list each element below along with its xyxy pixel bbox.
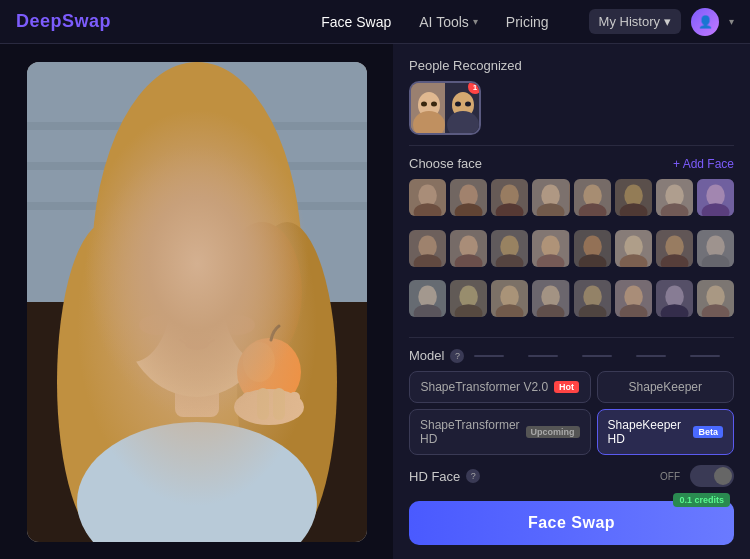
model-option-shapetransformer-hd[interactable]: ShapeTransformer HD Upcoming: [409, 409, 591, 455]
people-row: 1: [409, 81, 734, 135]
face-thumb[interactable]: [656, 179, 693, 216]
face-thumb[interactable]: [574, 230, 611, 267]
face-thumb[interactable]: [532, 280, 569, 317]
face-thumb[interactable]: [615, 230, 652, 267]
face-thumb[interactable]: [697, 280, 734, 317]
add-face-button[interactable]: + Add Face: [673, 157, 734, 171]
face-thumb[interactable]: [450, 230, 487, 267]
toggle-off-label: OFF: [660, 471, 680, 482]
face-thumb[interactable]: [409, 280, 446, 317]
model-option-shapetransformer-v2[interactable]: ShapeTransformer V2.0 Hot: [409, 371, 591, 403]
help-icon[interactable]: ?: [450, 349, 464, 363]
face-thumb[interactable]: [450, 280, 487, 317]
svg-point-39: [465, 102, 471, 107]
left-panel: [0, 44, 393, 559]
model-label: Model: [409, 348, 444, 363]
svg-point-38: [455, 102, 461, 107]
face-thumb[interactable]: [409, 230, 446, 267]
beta-badge: Beta: [693, 426, 723, 438]
hd-face-toggle[interactable]: [690, 465, 734, 487]
face-thumb[interactable]: [697, 179, 734, 216]
model-option-shapekeeper[interactable]: ShapeKeeper: [597, 371, 734, 403]
face-thumb[interactable]: [656, 230, 693, 267]
face-thumb[interactable]: [532, 230, 569, 267]
face-thumb[interactable]: [697, 230, 734, 267]
face-thumb[interactable]: [532, 179, 569, 216]
nav-item-ai-tools[interactable]: AI Tools ▾: [419, 14, 478, 30]
model-section: Model ? ShapeTransformer V2.0 Hot ShapeK…: [409, 348, 734, 455]
model-dot: [528, 355, 558, 357]
separator-1: [409, 145, 734, 146]
face-swap-submit-button[interactable]: Face Swap: [409, 501, 734, 545]
face-thumb[interactable]: [491, 230, 528, 267]
hd-face-label: HD Face ?: [409, 469, 480, 484]
nav-item-face-swap[interactable]: Face Swap: [321, 14, 391, 30]
face-thumb[interactable]: [615, 179, 652, 216]
face-thumb[interactable]: [409, 179, 446, 216]
choose-face-label: Choose face: [409, 156, 482, 171]
header: DeepSwap Face Swap AI Tools ▾ Pricing My…: [0, 0, 750, 44]
source-image: [27, 62, 367, 542]
photo-overlay: [27, 62, 367, 542]
face-thumb[interactable]: [491, 179, 528, 216]
svg-point-33: [421, 102, 427, 107]
chevron-down-icon: ▾: [664, 14, 671, 29]
svg-point-34: [431, 102, 437, 107]
model-dot: [690, 355, 720, 357]
face-thumb[interactable]: [574, 179, 611, 216]
main-content: People Recognized: [0, 44, 750, 559]
face-thumb[interactable]: [450, 179, 487, 216]
avatar-icon: 👤: [698, 15, 713, 29]
face-swap-button-container: 0.1 credits Face Swap: [409, 501, 734, 545]
header-right: My History ▾ 👤 ▾: [589, 8, 734, 36]
upcoming-badge: Upcoming: [526, 426, 580, 438]
model-option-shapekeeper-hd[interactable]: ShapeKeeper HD Beta: [597, 409, 734, 455]
photo-background: [27, 62, 367, 542]
people-recognized-section: People Recognized: [409, 58, 734, 135]
model-dot: [636, 355, 666, 357]
face-thumb-left: [411, 83, 445, 133]
hot-badge: Hot: [554, 381, 579, 393]
recognized-faces-thumb[interactable]: 1: [409, 81, 481, 135]
nav-item-pricing[interactable]: Pricing: [506, 14, 549, 30]
choose-face-section: Choose face + Add Face: [409, 156, 734, 327]
logo-text: DeepSwap: [16, 11, 111, 31]
my-history-button[interactable]: My History ▾: [589, 9, 681, 34]
chevron-down-icon: ▾: [729, 16, 734, 27]
hd-face-row: HD Face ? OFF: [409, 465, 734, 487]
face-thumb[interactable]: [491, 280, 528, 317]
logo: DeepSwap: [16, 11, 111, 32]
model-dot: [474, 355, 504, 357]
avatar[interactable]: 👤: [691, 8, 719, 36]
people-recognized-title: People Recognized: [409, 58, 734, 73]
nav: Face Swap AI Tools ▾ Pricing: [321, 14, 548, 30]
face-grid: [409, 179, 734, 327]
model-dot: [582, 355, 612, 357]
face-thumb[interactable]: [656, 280, 693, 317]
face-thumb[interactable]: [615, 280, 652, 317]
face-left-svg: [411, 83, 445, 133]
hd-face-help-icon[interactable]: ?: [466, 469, 480, 483]
face-thumb[interactable]: [574, 280, 611, 317]
model-header: Model ?: [409, 348, 734, 363]
toggle-knob: [714, 467, 732, 485]
notification-badge: 1: [468, 81, 481, 94]
model-dots: [470, 355, 724, 357]
right-panel: People Recognized: [393, 44, 750, 559]
model-grid: ShapeTransformer V2.0 Hot ShapeKeeper Sh…: [409, 371, 734, 455]
hd-face-toggle-area: OFF: [660, 465, 734, 487]
separator-2: [409, 337, 734, 338]
credits-badge: 0.1 credits: [673, 493, 730, 507]
chevron-down-icon: ▾: [473, 16, 478, 27]
choose-face-header: Choose face + Add Face: [409, 156, 734, 171]
